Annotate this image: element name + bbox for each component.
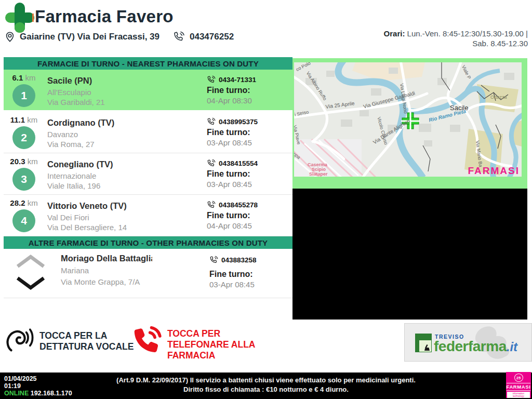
distance-unit: km (28, 157, 38, 166)
chevron-up-icon (16, 254, 46, 269)
pharmacy-row[interactable]: 11.1 km 2 Cordignano (TV) Davanzo Via Ro… (4, 112, 292, 153)
phone-icon (131, 324, 163, 357)
fine-turno-label: Fine turno: (207, 128, 292, 137)
pharmacy-contact: 0434-71331 Fine turno: 04-Apr 08:30 (207, 70, 292, 110)
scroll-down-button[interactable] (16, 276, 46, 290)
call-button-label-line3: FARMACIA (167, 350, 255, 361)
page-title: Farmacia Favero (35, 7, 174, 26)
pharmacy-info: Sacile (PN) All'Esculapio Via Garibaldi,… (44, 70, 207, 110)
pharmacy-street: Via Del Bersagliere, 14 (47, 222, 207, 232)
opening-hours: Orari: Lun.-Ven. 8:45-12:30/15.30-19.00 … (384, 29, 528, 48)
pharmacy-phone: 0438415554 (219, 159, 258, 167)
map: co Polo Via Albino Ruffo i Striso Via 25… (294, 62, 522, 177)
map-frame: co Polo Via Albino Ruffo i Striso Via 25… (292, 58, 527, 189)
logo-accent (32, 14, 34, 22)
farmasi-badge: 25 (514, 374, 523, 382)
distance-unit: km (25, 73, 36, 82)
call-button-label-line2: TELEFONARE ALLA (167, 339, 255, 350)
footer-bar: 01/04/2025 01:19 ONLINE 192.168.1.170 (A… (0, 373, 532, 399)
pharmacy-name: Internazionale (47, 171, 207, 181)
distance-unit: km (27, 115, 37, 124)
distance-column: 20.3 km 3 (4, 153, 44, 194)
pharmacy-city: Conegliano (TV) (47, 159, 207, 169)
scroll-up-button[interactable] (16, 254, 46, 269)
federfarma-logo: TREVISO federfarma.it (404, 323, 532, 362)
farmasi-name: FARMASI (507, 383, 531, 391)
pharmacy-name: Val Dei Fiori (47, 212, 207, 222)
pharmacy-city: Vittorio Veneto (TV) (47, 201, 207, 211)
farmasi-logo: 25 FARMASI information technology (506, 372, 531, 398)
pharmacy-row[interactable]: 28.2 km 4 Vittorio Veneto (TV) Val Dei F… (4, 195, 292, 236)
fine-turno-time: 03-Apr 08:45 (209, 280, 292, 289)
hours-label: Orari: (384, 29, 405, 38)
pharmacy-name: Mariana (61, 265, 209, 276)
pharmacy-contact: 0438995375 Fine turno: 03-Apr 08:45 (207, 112, 292, 153)
distance-column: 28.2 km 4 (4, 195, 44, 236)
pharmacy-phone: 0438455278 (219, 201, 258, 209)
distance-value: 11.1 (10, 115, 25, 124)
phone-icon (173, 31, 185, 43)
footer-notice: (Art.9 D.M. 22/09/2017) Il servizio a ba… (0, 376, 532, 394)
rank-badge: 3 (12, 168, 35, 191)
federfarma-tld: .it (507, 340, 517, 354)
pharmacy-info: Conegliano (TV) Internazionale Viale Ita… (44, 153, 207, 194)
pharmacy-info: Cordignano (TV) Davanzo Via Roma, 27 (44, 112, 207, 153)
pharmacy-street: Via Monte Grappa, 7/A (61, 276, 209, 288)
fine-turno-label: Fine turno: (209, 270, 292, 279)
chevron-down-icon (16, 276, 46, 290)
distance-value: 28.2 (10, 198, 25, 207)
hours-weekdays: Lun.-Ven. 8:45-12:30/15.30-19.00 | (407, 29, 528, 38)
pharmacy-info: Vittorio Veneto (TV) Val Dei Fiori Via D… (44, 195, 207, 236)
federfarma-name: federfarma (434, 338, 507, 354)
fine-turno-label: Fine turno: (207, 211, 292, 220)
distance-value: 20.3 (10, 157, 25, 166)
pharmacy-phone: 0434-71331 (219, 76, 256, 84)
pharmacy-address: Gaiarine (TV) Via Dei Fracassi, 39 (20, 32, 159, 42)
pharmacy-row[interactable]: 6.1 km 1 Sacile (PN) All'Esculapio Via G… (4, 70, 292, 112)
pharmacy-name: All'Esculapio (47, 87, 207, 97)
ear-icon (4, 326, 34, 356)
phone-icon (207, 117, 216, 126)
pharmacy-info: Moriago Della Battaglia Mariana Via Mont… (58, 249, 209, 298)
rank-badge: 1 (12, 84, 35, 107)
fine-turno-label: Fine turno: (207, 86, 292, 95)
distance-value: 6.1 (12, 73, 23, 82)
pharmacy-phone: 0438995375 (219, 118, 258, 126)
section-header-nearest: FARMACIE DI TURNO - NEAREST PHARMACIES O… (4, 57, 292, 70)
voice-button-label-line2: DETTATURA VOCALE (39, 341, 134, 352)
pharmacy-city: Cordignano (TV) (47, 118, 207, 128)
fine-turno-time: 04-Apr 08:30 (207, 96, 292, 105)
distance-column: 6.1 km 1 (4, 70, 44, 110)
rank-badge: 2 (12, 126, 35, 149)
kiosk-screen: Farmacia Favero Gaiarine (TV) Via Dei Fr… (0, 0, 532, 399)
distance-unit: km (28, 198, 38, 207)
footer-notice-line1: (Art.9 D.M. 22/09/2017) Il servizio a ba… (0, 376, 532, 385)
pharmacy-list: FARMACIE DI TURNO - NEAREST PHARMACIES O… (4, 57, 292, 298)
map-watermark: FARMASI (468, 165, 520, 177)
pharmacy-street: Viale Italia, 196 (47, 181, 207, 191)
pharmacy-name: Davanzo (47, 129, 207, 139)
hours-saturday: Sab. 8.45-12.30 (384, 38, 528, 48)
scroll-controls (4, 249, 58, 298)
rank-badge: 4 (12, 209, 35, 232)
pharmacy-cross-logo (5, 3, 34, 33)
location-pin-icon (4, 31, 16, 43)
voice-button-label-line1: TOCCA PER LA (39, 330, 134, 341)
phone-icon (207, 75, 216, 84)
pharmacy-row[interactable]: 20.3 km 3 Conegliano (TV) Internazionale… (4, 153, 292, 195)
call-button-label-line1: TOCCA PER (167, 328, 255, 339)
fine-turno-time: 03-Apr 08:45 (207, 138, 292, 147)
fine-turno-time: 04-Apr 08:45 (207, 221, 292, 230)
call-pharmacy-button[interactable]: TOCCA PER TELEFONARE ALLA FARMACIA (131, 324, 255, 361)
fine-turno-time: 03-Apr 08:45 (207, 180, 292, 189)
voice-dictation-button[interactable]: TOCCA PER LA DETTATURA VOCALE (4, 326, 134, 356)
footer-notice-line2: Diritto fisso di chiamata : €10 notturno… (0, 385, 532, 394)
pharmacy-contact: 043883258 Fine turno: 03-Apr 08:45 (209, 249, 292, 298)
fine-turno-label: Fine turno: (207, 169, 292, 179)
other-pharmacy-row[interactable]: Moriago Della Battaglia Mariana Via Mont… (4, 249, 292, 298)
pharmacy-city: Sacile (PN) (47, 76, 207, 86)
distance-column: 11.1 km 2 (4, 112, 44, 153)
pharmacy-phone: 043883258 (221, 256, 257, 264)
pharmacy-phone-number: 043476252 (190, 32, 234, 42)
blank-panel (292, 189, 527, 320)
